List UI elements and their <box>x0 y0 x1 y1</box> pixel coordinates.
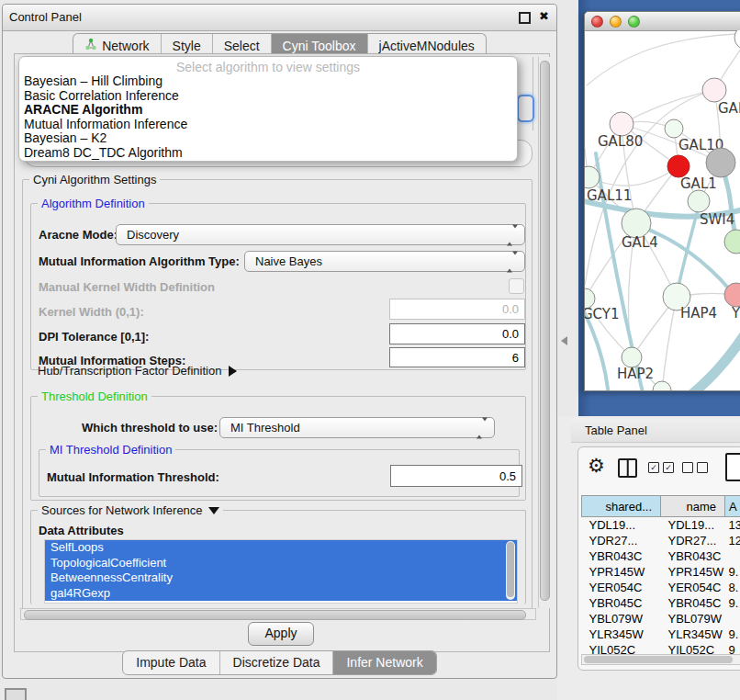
table-cell: YDR27... <box>582 533 661 548</box>
network-node-hap2[interactable] <box>622 347 642 367</box>
table-row[interactable]: YPR145WYPR145W9. <box>582 564 740 580</box>
algorithm-dropdown-popup: Select algorithm to view settings Bayesi… <box>18 56 518 162</box>
table-row[interactable]: YDR27...YDR27...12 <box>582 533 740 548</box>
table-row[interactable]: YER054CYER054C8. <box>582 580 740 595</box>
table-panel-titlebar[interactable]: Table Panel <box>571 418 740 443</box>
table-cell: YBL079W <box>582 611 661 627</box>
network-node[interactable] <box>724 230 740 254</box>
algorithm-option-bayesian-k2[interactable]: Bayesian – K2 <box>19 131 517 146</box>
table-row[interactable]: YDL19...YDL19...13 <box>582 517 740 534</box>
settings-vertical-scrollbar[interactable] <box>538 57 550 608</box>
spinner-arrows-icon <box>477 421 488 435</box>
data-attribute-item-topologicalcoefficient[interactable]: TopologicalCoefficient <box>45 556 517 571</box>
table-horizontal-scrollbar[interactable] <box>581 654 740 665</box>
table-cell: YBR043C <box>582 548 661 564</box>
table-cell: YDL19... <box>661 517 725 534</box>
sources-legend[interactable]: Sources for Network Inference <box>38 503 223 517</box>
table-row[interactable]: YLR345WYLR345W9. <box>582 627 740 642</box>
bottom-tab-discretize-data[interactable]: Discretize Data <box>219 651 333 674</box>
scrollbar-thumb[interactable] <box>584 656 733 663</box>
network-node-gal[interactable] <box>702 78 726 102</box>
list-scrollbar[interactable] <box>506 541 515 600</box>
table-cell: YPR145W <box>661 564 725 580</box>
network-node[interactable] <box>706 148 735 177</box>
network-node-gal10[interactable] <box>665 119 683 138</box>
algorithm-option-mutual-information-inference[interactable]: Mutual Information Inference <box>19 118 517 132</box>
manual-kernel-width-checkbox[interactable] <box>509 278 524 294</box>
mi-threshold-definition-group: MI Threshold Definition Mutual Informati… <box>39 449 520 497</box>
network-canvas[interactable]: GALGAL80GAL10GAL1GAL11SWI4GAL4GCY1HAP4YH… <box>585 30 740 390</box>
column-header-a[interactable]: A <box>725 496 740 517</box>
scrollbar-thumb[interactable] <box>24 610 526 620</box>
network-node[interactable] <box>734 30 740 50</box>
table-row[interactable]: YBL079WYBL079W <box>582 611 740 627</box>
algorithm-definition-legend: Algorithm Definition <box>38 197 149 210</box>
hub-definition-toggle[interactable]: Hub/Transcription Factor Definition <box>38 364 237 378</box>
data-attributes-list[interactable]: SelfLoopsTopologicalCoefficientBetweenne… <box>44 539 518 604</box>
hub-definition-label: Hub/Transcription Factor Definition <box>38 364 221 378</box>
network-view-window: GALGAL80GAL10GAL1GAL11SWI4GAL4GCY1HAP4YH… <box>584 11 740 391</box>
deselect-checkboxes-icon[interactable] <box>682 462 708 473</box>
expanded-arrow-icon <box>208 507 219 514</box>
minimized-panel-icon[interactable] <box>5 688 27 700</box>
scrollbar-thumb[interactable] <box>507 542 514 597</box>
zoom-traffic-light[interactable] <box>628 16 640 28</box>
column-layout-icon[interactable] <box>618 458 637 478</box>
column-header-name[interactable]: name <box>661 496 725 517</box>
table-cell: YDR27... <box>661 533 725 548</box>
network-node[interactable] <box>653 381 671 390</box>
node-label-gal: GAL <box>718 100 740 117</box>
algorithm-option-aracne-algorithm[interactable]: ARACNE Algorithm <box>19 103 517 118</box>
bottom-tab-impute-data[interactable]: Impute Data <box>123 651 219 674</box>
node-label-y: Y <box>731 305 740 322</box>
settings-gear-icon[interactable]: ⚙︎ <box>588 455 605 477</box>
network-graph[interactable]: GALGAL80GAL10GAL1GAL11SWI4GAL4GCY1HAP4YH… <box>585 30 740 390</box>
table-row[interactable]: YBR045CYBR045C9. <box>582 595 740 611</box>
close-icon[interactable]: ✖ <box>539 9 549 23</box>
document-icon[interactable] <box>725 453 740 481</box>
data-attribute-item-selfloops[interactable]: SelfLoops <box>45 540 517 556</box>
network-edge-thick[interactable] <box>678 326 740 390</box>
close-traffic-light[interactable] <box>591 16 603 28</box>
network-node-swi4[interactable] <box>688 190 710 212</box>
mi-algorithm-type-combo[interactable]: Naive Bayes <box>244 251 525 272</box>
algorithm-option-basic-correlation-inference[interactable]: Basic Correlation Inference <box>19 89 517 104</box>
collapse-divider-icon[interactable] <box>561 336 567 345</box>
mi-steps-input[interactable] <box>389 347 525 367</box>
algorithm-option-bayesian-hill-climbing[interactable]: Bayesian – Hill Climbing <box>19 74 517 89</box>
float-window-icon[interactable] <box>519 12 531 24</box>
scrollbar-thumb[interactable] <box>540 61 550 601</box>
mi-threshold-input[interactable] <box>390 465 522 487</box>
kernel-width-input[interactable] <box>389 299 525 320</box>
table-cell: YLR345W <box>661 627 725 642</box>
focused-combo-fragment[interactable] <box>517 95 534 122</box>
dpi-tolerance-input[interactable] <box>389 323 525 344</box>
control-panel-window: Control Panel ✖ NetworkStyleSelectCyni T… <box>2 4 557 679</box>
table-cell: YBR043C <box>661 548 725 564</box>
apply-button[interactable]: Apply <box>248 622 314 646</box>
algorithm-definition-group: Algorithm Definition Aracne Mode: Discov… <box>30 203 526 370</box>
table-cell: YLR345W <box>582 627 661 642</box>
which-threshold-label: Which threshold to use: <box>82 421 218 435</box>
network-node-gal1[interactable] <box>667 155 690 177</box>
network-window-titlebar[interactable] <box>585 12 740 31</box>
node-label-swi4: SWI4 <box>700 211 734 228</box>
node-attribute-table[interactable]: shared...nameA YDL19...YDL19...13YDR27..… <box>581 495 740 658</box>
control-panel-titlebar[interactable]: Control Panel ✖ <box>3 5 556 31</box>
aracne-mode-combo[interactable]: Discovery <box>116 224 525 245</box>
data-attribute-item-betweennesscentrality[interactable]: BetweennessCentrality <box>45 570 517 586</box>
node-label-hap4: HAP4 <box>680 305 717 322</box>
which-threshold-combo[interactable]: MI Threshold <box>219 417 495 438</box>
column-header-shared[interactable]: shared... <box>582 496 661 517</box>
threshold-definition-legend: Threshold Definition <box>38 390 151 403</box>
node-label-hap2: HAP2 <box>617 366 654 382</box>
table-row[interactable]: YBR043CYBR043C <box>582 548 740 564</box>
table-cell: YPR145W <box>582 564 661 580</box>
minimize-traffic-light[interactable] <box>610 16 622 28</box>
data-attribute-item-gal4rgexp[interactable]: gal4RGexp <box>45 586 517 602</box>
algorithm-option-dream8-dc-tdc-algorithm[interactable]: Dream8 DC_TDC Algorithm <box>19 146 517 161</box>
bottom-tab-infer-network[interactable]: Infer Network <box>332 651 435 674</box>
settings-horizontal-scrollbar[interactable] <box>20 608 536 620</box>
table-cell: YBR045C <box>582 595 661 611</box>
select-all-checkboxes-icon[interactable]: ✓✓ <box>648 462 674 473</box>
